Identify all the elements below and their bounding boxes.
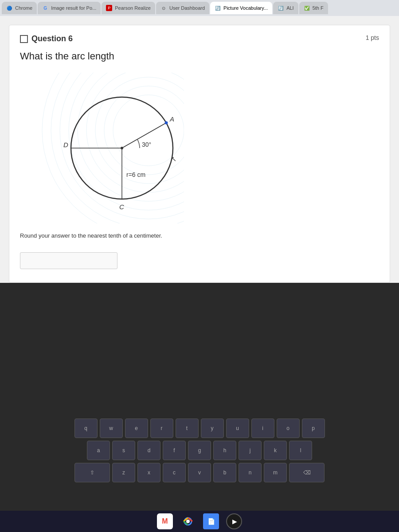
dashboard-favicon: ⊙ [160, 5, 167, 11]
tab-pearson-label: Pearson Realize [115, 5, 151, 11]
chrome-icon [182, 515, 194, 528]
key-b[interactable]: b [213, 463, 236, 482]
tab-user-dashboard[interactable]: ⊙ User Dashboard [156, 2, 209, 14]
key-h[interactable]: h [213, 441, 236, 460]
question-body: What is the arc length [20, 51, 379, 62]
key-u[interactable]: u [226, 419, 249, 438]
key-n[interactable]: n [239, 463, 262, 482]
key-j[interactable]: j [239, 441, 262, 460]
docs-icon: 📄 [207, 518, 215, 525]
tab-pearson-realize[interactable]: P Pearson Realize [102, 2, 155, 14]
question-header: Question 6 1 pts [20, 34, 379, 43]
point-a-dot [165, 121, 168, 125]
tab-image-result[interactable]: G Image result for Po... [38, 2, 101, 14]
key-shift[interactable]: ⇧ [74, 463, 110, 482]
circle-diagram: A D C 30° r=6 cm ↖ [33, 73, 184, 223]
radius-label: r=6 cm [126, 171, 145, 178]
key-a[interactable]: a [87, 441, 110, 460]
keyboard-row-1: q w e r t y u i o p [74, 419, 325, 438]
key-l[interactable]: l [289, 441, 312, 460]
taskbar: M 📄 ▶ [0, 511, 399, 532]
key-z[interactable]: z [112, 463, 135, 482]
keyboard-row-2: a s d f g h j k l [87, 441, 312, 460]
svg-point-10 [186, 520, 190, 523]
label-c: C [119, 203, 124, 211]
taskbar-docs[interactable]: 📄 [203, 513, 219, 529]
tab-ali-label: ALI [286, 5, 294, 11]
keyboard-area: q w e r t y u i o p a s d f g h j k l ⇧ … [0, 414, 399, 487]
tab-chrome[interactable]: 🔵 Chrome [2, 2, 37, 14]
key-s[interactable]: s [112, 441, 135, 460]
5th-favicon: ✅ [304, 5, 310, 11]
angle-label: 30° [142, 141, 151, 148]
key-m[interactable]: m [264, 463, 287, 482]
key-k[interactable]: k [264, 441, 287, 460]
taskbar-play[interactable]: ▶ [226, 513, 242, 529]
taskbar-gmail[interactable]: M [157, 513, 173, 529]
svg-point-2 [95, 77, 184, 184]
key-backspace[interactable]: ⌫ [289, 463, 325, 482]
question-checkbox[interactable] [20, 35, 28, 43]
tab-5th-label: 5th F [313, 5, 324, 11]
key-p[interactable]: p [302, 419, 325, 438]
tab-picture-vocabulary[interactable]: 🔄 Picture Vocabulary... [210, 2, 272, 14]
instruction-text: Round your answer to the nearest tenth o… [20, 232, 379, 239]
label-a: A [169, 115, 174, 123]
question-points: 1 pts [366, 34, 379, 41]
play-icon: ▶ [232, 518, 237, 525]
key-w[interactable]: w [100, 419, 123, 438]
pearson-favicon: P [106, 5, 112, 11]
tab-vocab-label: Picture Vocabulary... [223, 5, 268, 11]
label-d: D [63, 141, 68, 149]
key-y[interactable]: y [201, 419, 224, 438]
question-card: Question 6 1 pts What is the arc length [9, 25, 390, 283]
key-g[interactable]: g [188, 441, 211, 460]
key-r[interactable]: r [150, 419, 173, 438]
tab-dashboard-label: User Dashboard [169, 5, 205, 11]
gmail-icon: M [162, 517, 168, 525]
key-i[interactable]: i [251, 419, 274, 438]
tab-bar: 🔵 Chrome G Image result for Po... P Pear… [0, 0, 399, 16]
cursor-icon: ↖ [171, 155, 176, 163]
vocab-favicon: 🔄 [215, 5, 221, 11]
center-dot [121, 147, 123, 149]
diagram-container: A D C 30° r=6 cm ↖ [33, 73, 379, 223]
key-f[interactable]: f [163, 441, 186, 460]
keyboard-row-3: ⇧ z x c v b n m ⌫ [74, 463, 325, 482]
tab-chrome-label: Chrome [15, 5, 32, 11]
ali-favicon: 🔄 [278, 5, 284, 11]
dark-area: q w e r t y u i o p a s d f g h j k l ⇧ … [0, 283, 399, 513]
google-favicon: G [42, 5, 48, 11]
key-q[interactable]: q [74, 419, 98, 438]
chrome-favicon: 🔵 [6, 5, 12, 11]
key-c[interactable]: c [163, 463, 186, 482]
answer-input[interactable] [20, 252, 117, 269]
key-d[interactable]: d [137, 441, 160, 460]
tab-5th[interactable]: ✅ 5th F [299, 2, 328, 14]
taskbar-chrome[interactable] [180, 513, 196, 529]
key-o[interactable]: o [277, 419, 300, 438]
tab-ali[interactable]: 🔄 ALI [273, 2, 298, 14]
main-content: Question 6 1 pts What is the arc length [0, 16, 399, 283]
key-e[interactable]: e [125, 419, 148, 438]
key-x[interactable]: x [137, 463, 160, 482]
angle-arc [137, 139, 140, 148]
svg-point-4 [78, 73, 184, 201]
tab-image-label: Image result for Po... [51, 5, 96, 11]
question-number: Question 6 [31, 34, 73, 43]
key-v[interactable]: v [188, 463, 211, 482]
key-t[interactable]: t [176, 419, 199, 438]
